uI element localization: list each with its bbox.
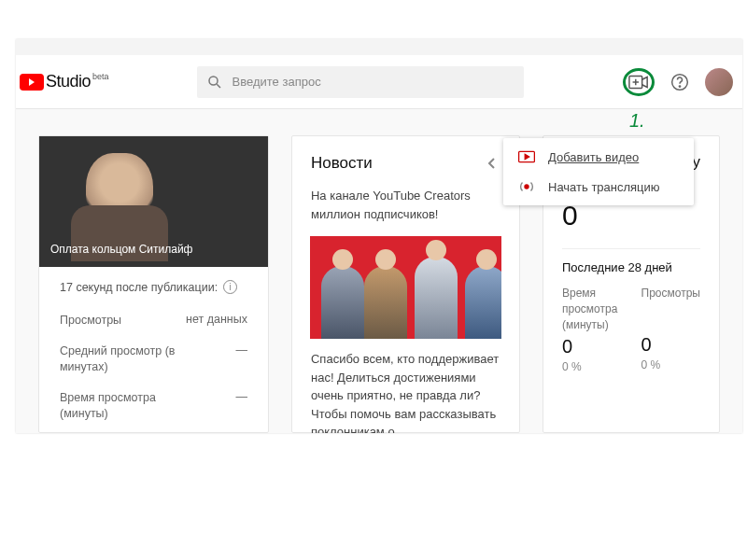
stat-watch: Время просмотра (минуты) — bbox=[60, 383, 247, 429]
menu-upload-video[interactable]: Добавить видео bbox=[503, 142, 694, 172]
avatar[interactable] bbox=[705, 68, 733, 96]
info-icon[interactable]: i bbox=[223, 280, 237, 294]
video-title: Оплата кольцом Ситилайф bbox=[50, 243, 192, 256]
latest-video-card: Оплата кольцом Ситилайф 17 секунд после … bbox=[38, 135, 269, 433]
app-header: Studio beta Введите запрос bbox=[16, 55, 742, 109]
logo[interactable]: Studio beta bbox=[20, 72, 109, 91]
svg-line-1 bbox=[217, 84, 220, 88]
menu-go-live[interactable]: Начать трансляцию bbox=[503, 172, 694, 202]
news-prev[interactable] bbox=[484, 153, 500, 174]
menu-live-label: Начать трансляцию bbox=[548, 180, 660, 194]
stat-avg: Средний просмотр (в минутах) — bbox=[60, 336, 247, 383]
help-button[interactable] bbox=[668, 70, 692, 94]
search-placeholder: Введите запрос bbox=[233, 75, 321, 89]
upload-video-icon bbox=[518, 148, 535, 165]
youtube-icon bbox=[20, 74, 44, 91]
search-icon bbox=[206, 74, 223, 91]
live-icon bbox=[518, 178, 535, 195]
beta-tag: beta bbox=[92, 72, 109, 81]
news-heading: Новости bbox=[311, 154, 373, 173]
news-image bbox=[310, 236, 501, 339]
metric-watchtime: Время просмотра (минуты) 0 0 % bbox=[562, 286, 619, 373]
video-age: 17 секунд после публикации: bbox=[60, 281, 218, 294]
svg-marker-8 bbox=[525, 154, 529, 159]
menu-upload-label: Добавить видео bbox=[548, 150, 639, 164]
stat-views: Просмотры нет данных bbox=[60, 305, 247, 336]
svg-point-6 bbox=[679, 85, 680, 86]
svg-point-0 bbox=[209, 77, 218, 85]
create-button[interactable] bbox=[627, 70, 651, 94]
news-headline: На канале YouTube Creators миллион подпи… bbox=[311, 187, 500, 223]
video-thumbnail[interactable]: Оплата кольцом Ситилайф bbox=[39, 136, 268, 267]
logo-text: Studio bbox=[46, 72, 91, 91]
news-body-text: Спасибо всем, кто поддерживает нас! Дели… bbox=[311, 350, 500, 433]
create-dropdown: Добавить видео Начать трансляцию bbox=[503, 138, 694, 205]
search-input[interactable]: Введите запрос bbox=[197, 66, 524, 98]
create-button-highlight bbox=[623, 68, 655, 96]
svg-point-9 bbox=[524, 184, 529, 189]
period-label: Последние 28 дней bbox=[562, 260, 700, 274]
news-card: Новости На канале YouTube Creators милли… bbox=[291, 135, 520, 433]
metric-views: Просмотры 0 0 % bbox=[641, 286, 700, 373]
